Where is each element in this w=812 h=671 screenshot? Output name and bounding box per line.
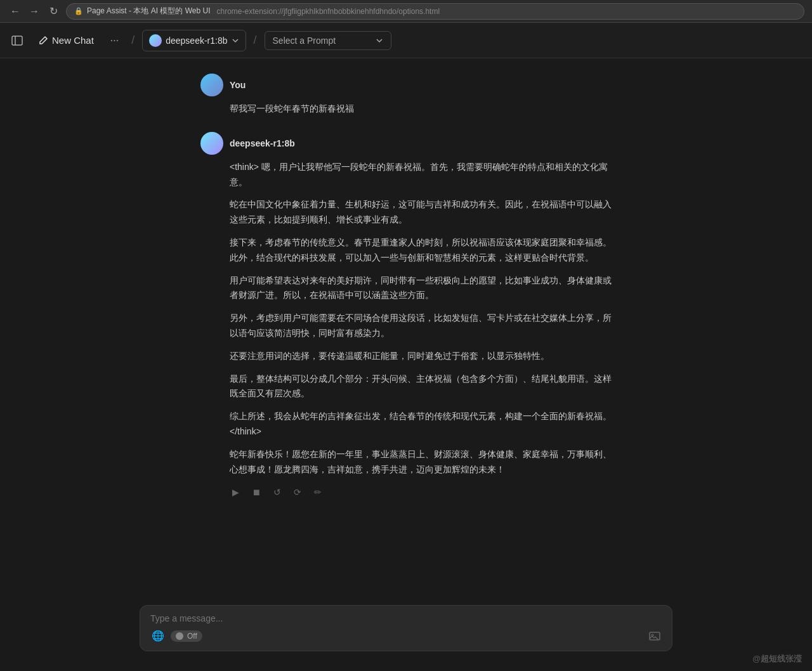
svg-point-3 [652, 634, 653, 636]
address-bar[interactable]: 🔒 Page Assist - 本地 AI 模型的 Web UI chrome-… [66, 3, 804, 20]
svg-rect-2 [650, 632, 660, 640]
model-selector-button[interactable]: deepseek-r1:8b [142, 30, 246, 51]
sidebar-icon [11, 35, 23, 46]
back-button[interactable]: ← [8, 4, 23, 19]
url-text: chrome-extension://jfgfiigpkhlkbnfnbobbk… [217, 7, 440, 16]
ai-para-1: 蛇在中国文化中象征着力量、生机和好运，这可能与吉祥和成功有关。因此，在祝福语中可… [230, 197, 612, 228]
ai-para-2: 接下来，考虑春节的传统意义。春节是重逢家人的时刻，所以祝福语应该体现家庭团聚和幸… [230, 235, 612, 266]
separator-2: / [254, 34, 257, 47]
prompt-placeholder: Select a Prompt [273, 36, 336, 46]
browser-chrome: ← → ↻ 🔒 Page Assist - 本地 AI 模型的 Web UI c… [0, 0, 812, 23]
ai-para-6: 最后，整体结构可以分成几个部分：开头问候、主体祝福（包含多个方面）、结尾礼貌用语… [230, 372, 612, 402]
sidebar-toggle-button[interactable] [8, 31, 27, 50]
input-box: 🌐 Off [140, 605, 672, 651]
user-message-wrapper: You 帮我写一段蛇年春节的新春祝福 [190, 74, 622, 117]
sync-button[interactable]: ⟳ [291, 485, 304, 500]
ai-message-header: deepseek-r1:8b [200, 132, 612, 155]
new-chat-button[interactable]: New Chat [32, 31, 100, 49]
input-left-controls: 🌐 Off [150, 629, 202, 643]
stop-icon: ⏹ [252, 487, 261, 497]
input-toolbar: 🌐 Off [150, 629, 662, 643]
ai-message-content: <think> 嗯，用户让我帮他写一段蛇年的新春祝福。首先，我需要明确蛇年的特点… [230, 160, 612, 478]
toggle-off-button[interactable]: Off [171, 630, 202, 642]
play-button[interactable]: ▶ [230, 485, 242, 500]
prompt-selector-button[interactable]: Select a Prompt [265, 31, 391, 50]
forward-button[interactable]: → [27, 4, 42, 19]
image-icon [649, 630, 660, 642]
watermark-text: @超短线张滢 [752, 654, 802, 663]
ai-sender-name: deepseek-r1:8b [230, 138, 295, 148]
refresh-button[interactable]: ↺ [271, 485, 284, 500]
input-area: 🌐 Off [0, 595, 812, 671]
reload-button[interactable]: ↻ [46, 4, 61, 19]
edit-button[interactable]: ✏ [311, 485, 324, 500]
refresh-icon: ↺ [273, 487, 281, 497]
page-title: Page Assist - 本地 AI 模型的 Web UI [87, 6, 211, 16]
input-right-controls [648, 629, 662, 643]
separator-1: / [131, 34, 134, 47]
svg-rect-0 [12, 36, 22, 45]
model-name-label: deepseek-r1:8b [166, 36, 227, 46]
chat-area: You 帮我写一段蛇年春节的新春祝福 deepseek-r1:8b <think… [0, 58, 812, 595]
pencil-icon: ✏ [314, 487, 322, 497]
user-message-text: 帮我写一段蛇年春节的新春祝福 [230, 101, 612, 117]
ai-para-0: <think> 嗯，用户让我帮他写一段蛇年的新春祝福。首先，我需要明确蛇年的特点… [230, 160, 612, 190]
ai-para-5: 还要注意用词的选择，要传递温暖和正能量，同时避免过于俗套，以显示独特性。 [230, 349, 612, 364]
ai-para-3: 用户可能希望表达对来年的美好期许，同时带有一些积极向上的愿望，比如事业成功、身体… [230, 273, 612, 304]
toolbar: New Chat ··· / deepseek-r1:8b / Select a… [0, 23, 812, 58]
model-avatar [149, 34, 162, 47]
toggle-label: Off [187, 632, 197, 641]
globe-button[interactable]: 🌐 [150, 629, 166, 643]
more-options-button[interactable]: ··· [105, 32, 124, 49]
nav-buttons: ← → ↻ [8, 4, 61, 19]
user-message-content: 帮我写一段蛇年春节的新春祝福 [230, 101, 612, 117]
image-upload-button[interactable] [648, 629, 662, 643]
globe-icon: 🌐 [152, 630, 164, 642]
user-message-header: You [200, 74, 612, 96]
user-avatar [200, 74, 223, 96]
prompt-chevron-icon [376, 37, 383, 44]
watermark: @超短线张滢 [752, 653, 802, 665]
play-icon: ▶ [232, 487, 239, 497]
ai-para-8: 蛇年新春快乐！愿您在新的一年里，事业蒸蒸日上、财源滚滚、身体健康、家庭幸福，万事… [230, 447, 612, 478]
ai-message-actions: ▶ ⏹ ↺ ⟳ ✏ [230, 485, 612, 500]
message-input[interactable] [150, 613, 662, 623]
stop-button[interactable]: ⏹ [249, 485, 263, 500]
user-sender-name: You [230, 80, 246, 90]
edit-icon [38, 36, 48, 46]
more-icon: ··· [110, 35, 119, 46]
new-chat-label: New Chat [52, 35, 94, 46]
sync-icon: ⟳ [294, 487, 301, 497]
ai-message-wrapper: deepseek-r1:8b <think> 嗯，用户让我帮他写一段蛇年的新春祝… [190, 132, 622, 500]
ai-para-4: 另外，考虑到用户可能需要在不同场合使用这段话，比如发短信、写卡片或在社交媒体上分… [230, 311, 612, 341]
lock-icon: 🔒 [74, 7, 83, 15]
ai-para-7: 综上所述，我会从蛇年的吉祥象征出发，结合春节的传统和现代元素，构建一个全面的新春… [230, 409, 612, 440]
chevron-down-icon [232, 37, 239, 44]
ai-avatar [200, 132, 223, 155]
toggle-dot [176, 632, 183, 640]
